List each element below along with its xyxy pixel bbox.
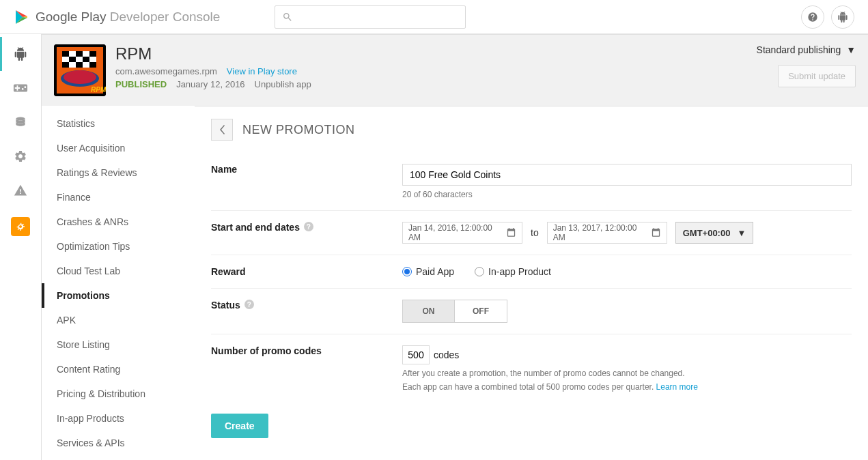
sidebar-item-optimization-tips[interactable]: Optimization Tips — [42, 234, 195, 259]
pane-title: NEW PROMOTION — [242, 123, 355, 137]
sidebar-item-store-listing[interactable]: Store Listing — [42, 332, 195, 357]
status-on-button[interactable]: ON — [403, 300, 455, 322]
start-date-input[interactable]: Jan 14, 2016, 12:00:00 AM — [402, 222, 522, 244]
name-label: Name — [211, 164, 402, 199]
status-toggle: ON OFF — [402, 300, 507, 323]
codes-suffix: codes — [434, 349, 459, 360]
sidebar-item-in-app-products[interactable]: In-app Products — [42, 406, 195, 431]
svg-rect-9 — [62, 62, 69, 68]
sidebar-item-finance[interactable]: Finance — [42, 185, 195, 210]
brand-logo[interactable]: Google Play Developer Console — [14, 9, 220, 25]
status-off-button[interactable]: OFF — [455, 300, 507, 322]
megaphone-icon — [15, 221, 26, 232]
calendar-icon — [651, 227, 661, 238]
svg-rect-5 — [76, 51, 83, 57]
sidebar-item-promotions[interactable]: Promotions — [42, 283, 195, 308]
timezone-select[interactable]: GMT+00:00▼ — [675, 222, 754, 244]
reward-label: Reward — [211, 266, 402, 277]
promotion-name-input[interactable] — [402, 164, 852, 186]
sidebar-item-content-rating[interactable]: Content Rating — [42, 357, 195, 382]
search-icon — [282, 12, 293, 23]
rail-announcements[interactable] — [11, 217, 30, 236]
app-header: RPM RPM com.awesomegames.rpm View in Pla… — [42, 35, 868, 106]
sidebar-item-crashes-anrs[interactable]: Crashes & ANRs — [42, 210, 195, 234]
publishing-mode-select[interactable]: Standard publishing ▼ — [757, 44, 856, 55]
search-input[interactable] — [275, 5, 466, 29]
account-button[interactable] — [831, 5, 854, 29]
unpublish-link[interactable]: Unpublish app — [255, 79, 311, 89]
rail-cloud[interactable] — [13, 115, 28, 130]
gear-icon — [14, 149, 27, 163]
rail-apps[interactable] — [13, 46, 28, 61]
app-publish-date: January 12, 2016 — [176, 79, 244, 89]
name-hint: 20 of 60 characters — [402, 190, 852, 199]
radio-icon — [475, 267, 484, 276]
gamepad-icon — [13, 81, 28, 96]
svg-point-13 — [64, 70, 96, 84]
sidebar-item-statistics[interactable]: Statistics — [42, 111, 195, 136]
radio-icon — [402, 267, 412, 276]
chevron-down-icon: ▼ — [737, 228, 746, 238]
svg-point-0 — [16, 117, 25, 121]
android-icon — [837, 12, 848, 23]
svg-rect-8 — [83, 57, 89, 62]
learn-more-link[interactable]: Learn more — [656, 382, 698, 392]
codes-label: Number of promo codes — [211, 345, 402, 392]
back-button[interactable] — [211, 119, 233, 141]
dates-label: Start and end dates — [211, 222, 300, 233]
warning-icon — [14, 184, 27, 197]
sidebar-item-services-apis[interactable]: Services & APIs — [42, 431, 195, 455]
svg-rect-4 — [62, 51, 69, 57]
help-icon[interactable]: ? — [304, 222, 313, 231]
database-icon — [14, 115, 27, 129]
chevron-left-icon — [219, 125, 225, 134]
help-icon — [807, 12, 818, 23]
submit-update-button[interactable]: Submit update — [778, 65, 856, 87]
svg-rect-6 — [89, 51, 96, 57]
to-text: to — [531, 227, 539, 238]
help-icon[interactable]: ? — [244, 300, 254, 309]
reward-paid-radio[interactable]: Paid App — [402, 266, 454, 277]
sidebar-item-user-acquisition[interactable]: User Acquisition — [42, 136, 195, 160]
sidebar-item-ratings-reviews[interactable]: Ratings & Reviews — [42, 160, 195, 185]
svg-rect-10 — [76, 62, 83, 68]
top-bar: Google Play Developer Console — [0, 0, 868, 34]
rail-alerts[interactable] — [13, 183, 28, 198]
app-status: PUBLISHED — [115, 79, 167, 89]
android-icon — [14, 47, 27, 61]
play-store-icon — [14, 9, 30, 25]
rail-games[interactable] — [13, 81, 28, 96]
app-name: RPM — [115, 44, 311, 63]
svg-rect-11 — [89, 62, 96, 68]
promo-codes-input[interactable] — [402, 345, 430, 364]
create-button[interactable]: Create — [211, 414, 268, 438]
end-date-input[interactable]: Jan 13, 2017, 12:00:00 AM — [547, 222, 667, 244]
codes-hint-2: Each app can have a combined total of 50… — [402, 382, 852, 392]
status-label: Status — [211, 300, 240, 311]
sidebar-item-cloud-test-lab[interactable]: Cloud Test Lab — [42, 259, 195, 283]
svg-text:RPM: RPM — [91, 86, 106, 94]
reward-iap-radio[interactable]: In-app Product — [475, 266, 551, 277]
app-icon: RPM — [54, 44, 106, 96]
sidebar-item-apk[interactable]: APK — [42, 308, 195, 332]
main-pane: NEW PROMOTION Name 20 of 60 characters S… — [195, 106, 868, 460]
app-package: com.awesomegames.rpm — [115, 66, 217, 76]
brand-text: Google Play Developer Console — [36, 10, 220, 25]
view-in-store-link[interactable]: View in Play store — [227, 66, 297, 76]
help-button[interactable] — [801, 5, 824, 29]
codes-hint-1: After you create a promotion, the number… — [402, 369, 852, 378]
svg-rect-7 — [69, 57, 76, 62]
app-sidebar: Statistics User Acquisition Ratings & Re… — [42, 106, 195, 460]
icon-rail — [0, 34, 41, 460]
rail-settings[interactable] — [13, 149, 28, 164]
sidebar-item-pricing-distribution[interactable]: Pricing & Distribution — [42, 382, 195, 406]
calendar-icon — [506, 227, 516, 238]
